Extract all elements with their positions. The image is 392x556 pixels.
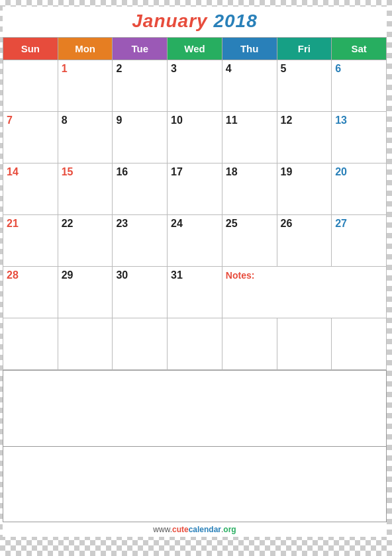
day-cell: 6 [332,60,387,112]
header-sat: Sat [332,38,387,60]
header-row: Sun Mon Tue Wed Thu Fri Sat [3,38,387,60]
website-org: org [223,525,236,534]
website-www: www. [153,525,172,534]
day-cell: 22 [58,215,113,267]
notes-label: Notes: [226,270,255,281]
day-cell: 29 [58,267,113,318]
day-cell: 18 [222,163,277,215]
day-cell: 19 [277,163,332,215]
day-cell: 15 [58,163,113,215]
day-cell [3,60,58,112]
day-cell: 31 [168,267,222,318]
day-cell: 24 [168,215,222,267]
day-cell: 25 [222,215,277,267]
day-cell: 14 [3,163,58,215]
calendar: January 2018 Sun Mon Tue Wed Thu Fri Sat… [3,7,387,537]
day-cell: 11 [222,112,277,163]
header-thu: Thu [222,38,277,60]
notes-cell: Notes: [222,267,386,318]
header-fri: Fri [277,38,332,60]
day-cell: 26 [277,215,332,267]
week-row-5: 28 29 30 31 Notes: [3,267,387,318]
day-cell: 13 [332,112,387,163]
day-cell: 20 [332,163,387,215]
website-footer: www.cutecalendar.org [3,522,387,537]
day-cell: 10 [168,112,222,163]
header-sun: Sun [3,38,58,60]
header-mon: Mon [58,38,113,60]
day-cell: 9 [113,112,168,163]
calendar-table: Sun Mon Tue Wed Thu Fri Sat 1 2 3 4 5 6 [3,37,387,370]
day-cell: 27 [332,215,387,267]
day-cell: 17 [168,163,222,215]
month-label: January [132,11,207,31]
week-row-4: 21 22 23 24 25 26 27 [3,215,387,267]
year-label: 2018 [213,11,257,31]
week-row-2: 7 8 9 10 11 12 13 [3,112,387,163]
day-cell: 30 [113,267,168,318]
header-wed: Wed [168,38,222,60]
notes-area-top [3,370,387,446]
week-row-3: 14 15 16 17 18 19 20 [3,163,387,215]
day-cell: 8 [58,112,113,163]
day-cell: 3 [168,60,222,112]
header-tue: Tue [113,38,168,60]
day-cell: 1 [58,60,113,112]
day-cell: 12 [277,112,332,163]
week-row-1: 1 2 3 4 5 6 [3,60,387,112]
website-calendar: calendar [189,525,221,534]
day-cell: 28 [3,267,58,318]
day-cell: 5 [277,60,332,112]
day-cell: 4 [222,60,277,112]
calendar-title: January 2018 [3,7,387,37]
empty-row-1 [3,318,387,370]
day-cell: 16 [113,163,168,215]
notes-area-bottom [3,446,387,522]
day-cell: 2 [113,60,168,112]
day-cell: 23 [113,215,168,267]
day-cell: 21 [3,215,58,267]
day-cell: 7 [3,112,58,163]
website-cute: cute [172,525,189,534]
